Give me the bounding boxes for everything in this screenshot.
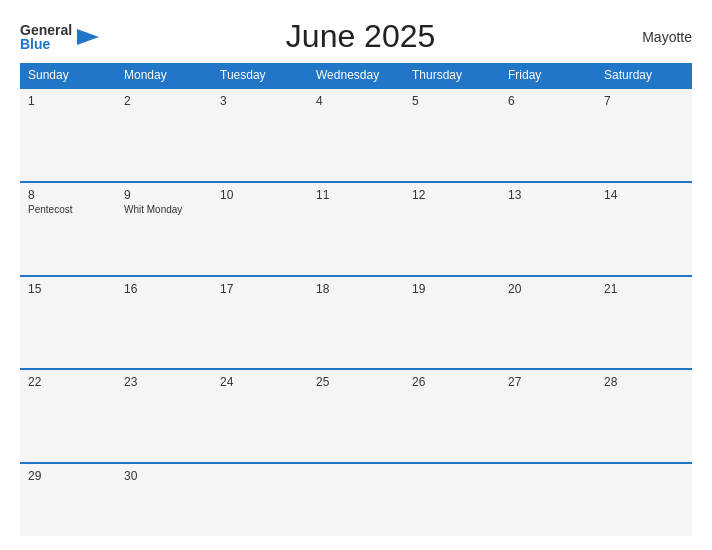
table-row: 25 bbox=[308, 369, 404, 463]
table-row: 18 bbox=[308, 276, 404, 370]
table-row: 12 bbox=[404, 182, 500, 276]
day-number: 30 bbox=[124, 469, 204, 483]
table-row: 14 bbox=[596, 182, 692, 276]
table-row: 19 bbox=[404, 276, 500, 370]
header-sunday: Sunday bbox=[20, 63, 116, 88]
day-number: 6 bbox=[508, 94, 588, 108]
table-row bbox=[500, 463, 596, 536]
day-number: 1 bbox=[28, 94, 108, 108]
day-number: 3 bbox=[220, 94, 300, 108]
event-label: Whit Monday bbox=[124, 204, 204, 215]
table-row bbox=[212, 463, 308, 536]
table-row: 30 bbox=[116, 463, 212, 536]
event-label: Pentecost bbox=[28, 204, 108, 215]
table-row bbox=[308, 463, 404, 536]
table-row: 6 bbox=[500, 88, 596, 182]
day-number: 2 bbox=[124, 94, 204, 108]
weekday-header-row: Sunday Monday Tuesday Wednesday Thursday… bbox=[20, 63, 692, 88]
day-number: 10 bbox=[220, 188, 300, 202]
header-wednesday: Wednesday bbox=[308, 63, 404, 88]
logo: General Blue bbox=[20, 23, 99, 51]
day-number: 15 bbox=[28, 282, 108, 296]
table-row bbox=[404, 463, 500, 536]
calendar-week-row: 15161718192021 bbox=[20, 276, 692, 370]
header-monday: Monday bbox=[116, 63, 212, 88]
day-number: 8 bbox=[28, 188, 108, 202]
header: General Blue June 2025 Mayotte bbox=[20, 18, 692, 55]
day-number: 18 bbox=[316, 282, 396, 296]
table-row: 8Pentecost bbox=[20, 182, 116, 276]
month-title: June 2025 bbox=[99, 18, 622, 55]
table-row bbox=[596, 463, 692, 536]
table-row: 15 bbox=[20, 276, 116, 370]
table-row: 7 bbox=[596, 88, 692, 182]
day-number: 13 bbox=[508, 188, 588, 202]
calendar-week-row: 22232425262728 bbox=[20, 369, 692, 463]
logo-general-text: General bbox=[20, 23, 72, 37]
table-row: 4 bbox=[308, 88, 404, 182]
day-number: 28 bbox=[604, 375, 684, 389]
header-thursday: Thursday bbox=[404, 63, 500, 88]
table-row: 28 bbox=[596, 369, 692, 463]
day-number: 24 bbox=[220, 375, 300, 389]
table-row: 1 bbox=[20, 88, 116, 182]
day-number: 7 bbox=[604, 94, 684, 108]
calendar-week-row: 8Pentecost9Whit Monday1011121314 bbox=[20, 182, 692, 276]
table-row: 21 bbox=[596, 276, 692, 370]
day-number: 19 bbox=[412, 282, 492, 296]
table-row: 5 bbox=[404, 88, 500, 182]
svg-marker-0 bbox=[77, 29, 99, 45]
day-number: 9 bbox=[124, 188, 204, 202]
calendar-table: Sunday Monday Tuesday Wednesday Thursday… bbox=[20, 63, 692, 536]
table-row: 16 bbox=[116, 276, 212, 370]
day-number: 26 bbox=[412, 375, 492, 389]
day-number: 16 bbox=[124, 282, 204, 296]
table-row: 9Whit Monday bbox=[116, 182, 212, 276]
table-row: 2 bbox=[116, 88, 212, 182]
day-number: 20 bbox=[508, 282, 588, 296]
table-row: 22 bbox=[20, 369, 116, 463]
day-number: 14 bbox=[604, 188, 684, 202]
day-number: 5 bbox=[412, 94, 492, 108]
day-number: 17 bbox=[220, 282, 300, 296]
table-row: 23 bbox=[116, 369, 212, 463]
day-number: 11 bbox=[316, 188, 396, 202]
day-number: 21 bbox=[604, 282, 684, 296]
day-number: 12 bbox=[412, 188, 492, 202]
table-row: 10 bbox=[212, 182, 308, 276]
calendar-week-row: 1234567 bbox=[20, 88, 692, 182]
day-number: 25 bbox=[316, 375, 396, 389]
table-row: 13 bbox=[500, 182, 596, 276]
header-saturday: Saturday bbox=[596, 63, 692, 88]
table-row: 24 bbox=[212, 369, 308, 463]
table-row: 17 bbox=[212, 276, 308, 370]
day-number: 27 bbox=[508, 375, 588, 389]
table-row: 20 bbox=[500, 276, 596, 370]
table-row: 11 bbox=[308, 182, 404, 276]
table-row: 3 bbox=[212, 88, 308, 182]
header-friday: Friday bbox=[500, 63, 596, 88]
table-row: 27 bbox=[500, 369, 596, 463]
day-number: 29 bbox=[28, 469, 108, 483]
header-tuesday: Tuesday bbox=[212, 63, 308, 88]
logo-flag-icon bbox=[77, 29, 99, 45]
table-row: 29 bbox=[20, 463, 116, 536]
calendar-week-row: 2930 bbox=[20, 463, 692, 536]
table-row: 26 bbox=[404, 369, 500, 463]
calendar-page: General Blue June 2025 Mayotte Sunday Mo… bbox=[0, 0, 712, 550]
day-number: 23 bbox=[124, 375, 204, 389]
day-number: 4 bbox=[316, 94, 396, 108]
day-number: 22 bbox=[28, 375, 108, 389]
region-label: Mayotte bbox=[622, 29, 692, 45]
logo-blue-text: Blue bbox=[20, 37, 72, 51]
